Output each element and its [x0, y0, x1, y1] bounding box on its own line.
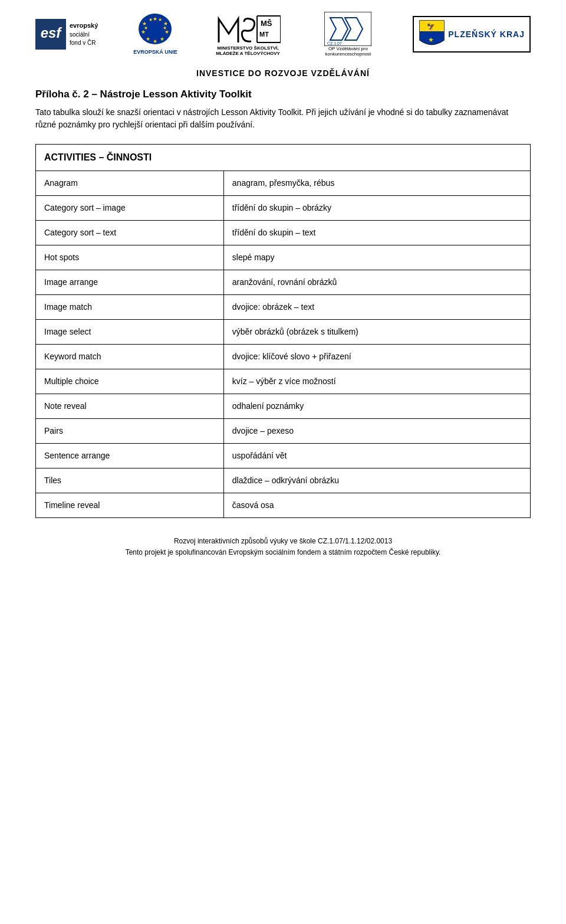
footer-line2: Tento projekt je spolufinancován Evropsk… [35, 547, 531, 558]
table-cell-right: uspořádání vět [223, 444, 530, 468]
table-row: Tilesdlaždice – odkrývání obrázku [36, 468, 531, 493]
investice-banner: INVESTICE DO ROZVOJE VZDĚLÁVÁNÍ [35, 68, 531, 78]
table-row: Note revealodhalení poznámky [36, 394, 531, 419]
op-logo: CZ.1.07 OP Vzdělávání pro konkurencescho… [318, 12, 377, 57]
svg-text:★: ★ [153, 16, 157, 22]
footer: Rozvoj interaktivních způsobů výuky ve š… [35, 536, 531, 558]
svg-text:CZ.1.07: CZ.1.07 [327, 41, 342, 45]
table-cell-right: výběr obrázků (obrázek s titulkem) [223, 320, 530, 345]
table-row: Hot spotsslepé mapy [36, 245, 531, 270]
table-cell-left: Image select [36, 320, 224, 345]
msmt-logo: MŠ MT MINISTERSTVO ŠKOLSTVÍ, MLÁDEŽE A T… [213, 13, 284, 56]
table-heading-row: ACTIVITIES – ČINNOSTI [36, 145, 531, 171]
svg-text:🦅: 🦅 [427, 22, 435, 31]
table-cell-left: Multiple choice [36, 369, 224, 394]
table-row: Timeline revealčasová osa [36, 493, 531, 518]
svg-text:★: ★ [149, 17, 153, 22]
table-cell-left: Image match [36, 295, 224, 320]
eu-flag-icon: ★ ★ ★ ★ ★ ★ ★ ★ ★ ★ ★ ★ [137, 14, 173, 48]
table-cell-left: Category sort – text [36, 221, 224, 245]
table-heading: ACTIVITIES – ČINNOSTI [36, 145, 531, 171]
footer-line1: Rozvoj interaktivních způsobů výuky ve š… [35, 536, 531, 547]
table-cell-right: dlaždice – odkrývání obrázku [223, 468, 530, 493]
table-cell-left: Tiles [36, 468, 224, 493]
svg-text:★: ★ [153, 38, 157, 44]
table-cell-left: Note reveal [36, 394, 224, 419]
msmt-text: MINISTERSTVO ŠKOLSTVÍ, MLÁDEŽE A TĚLOVÝC… [213, 45, 284, 56]
table-row: Multiple choicekvíz – výběr z více možno… [36, 369, 531, 394]
intro-text: Tato tabulka slouží ke snazší orientaci … [35, 106, 531, 131]
activities-table: ACTIVITIES – ČINNOSTI Anagramanagram, př… [35, 144, 531, 518]
table-cell-left: Sentence arrange [36, 444, 224, 468]
table-row: Image selectvýběr obrázků (obrázek s tit… [36, 320, 531, 345]
svg-text:esf: esf [41, 25, 62, 41]
table-cell-right: třídění do skupin – obrázky [223, 196, 530, 221]
table-row: Pairsdvojice – pexeso [36, 419, 531, 444]
svg-text:MT: MT [259, 31, 269, 38]
eu-label: EVROPSKÁ UNIE [133, 49, 177, 55]
table-cell-right: dvojice: obrázek – text [223, 295, 530, 320]
table-cell-right: kvíz – výběr z více možností [223, 369, 530, 394]
table-cell-right: slepé mapy [223, 245, 530, 270]
table-cell-right: třídění do skupin – text [223, 221, 530, 245]
table-cell-left: Anagram [36, 171, 224, 196]
eu-logo: ★ ★ ★ ★ ★ ★ ★ ★ ★ ★ ★ ★ EVROPSKÁ UNIE [133, 14, 177, 55]
table-cell-left: Pairs [36, 419, 224, 444]
pk-text: PLZEŇSKÝ KRAJ [448, 30, 525, 39]
svg-text:MŠ: MŠ [261, 19, 272, 28]
page-title: Příloha č. 2 – Nástroje Lesson Aktivity … [35, 89, 531, 100]
table-cell-right: dvojice – pexeso [223, 419, 530, 444]
table-row: Image arrangearanžování, rovnání obrázků [36, 270, 531, 295]
table-row: Image matchdvojice: obrázek – text [36, 295, 531, 320]
table-cell-left: Hot spots [36, 245, 224, 270]
svg-text:★: ★ [158, 17, 162, 22]
table-cell-left: Image arrange [36, 270, 224, 295]
op-text: OP Vzdělávání pro konkurenceschopnost [318, 46, 377, 57]
header-logos: esf evropský sociální fond v ČR ★ ★ ★ ★ … [35, 12, 531, 63]
svg-text:★: ★ [146, 36, 150, 42]
pk-logo: 🦅 ★ PLZEŇSKÝ KRAJ [413, 16, 531, 53]
svg-text:★: ★ [428, 36, 434, 43]
msmt-icon: MŠ MT [216, 13, 281, 45]
esf-logo: esf evropský sociální fond v ČR [35, 19, 98, 50]
table-row: Sentence arrangeuspořádání vět [36, 444, 531, 468]
svg-text:★: ★ [144, 25, 148, 31]
table-cell-right: aranžování, rovnání obrázků [223, 270, 530, 295]
table-cell-left: Timeline reveal [36, 493, 224, 518]
table-cell-right: časová osa [223, 493, 530, 518]
table-row: Category sort – texttřídění do skupin – … [36, 221, 531, 245]
pk-shield-icon: 🦅 ★ [419, 19, 445, 49]
svg-text:★: ★ [160, 36, 164, 42]
table-cell-right: anagram, přesmyčka, rébus [223, 171, 530, 196]
table-cell-right: odhalení poznámky [223, 394, 530, 419]
op-icon: CZ.1.07 [324, 12, 371, 46]
svg-text:★: ★ [163, 25, 167, 31]
table-row: Category sort – imagetřídění do skupin –… [36, 196, 531, 221]
table-row: Anagramanagram, přesmyčka, rébus [36, 171, 531, 196]
svg-marker-23 [330, 18, 348, 40]
table-cell-left: Category sort – image [36, 196, 224, 221]
esf-square: esf [35, 19, 66, 50]
table-cell-left: Keyword match [36, 345, 224, 369]
table-cell-right: dvojice: klíčové slovo + přiřazení [223, 345, 530, 369]
esf-text: evropský sociální fond v ČR [70, 21, 98, 47]
table-row: Keyword matchdvojice: klíčové slovo + př… [36, 345, 531, 369]
